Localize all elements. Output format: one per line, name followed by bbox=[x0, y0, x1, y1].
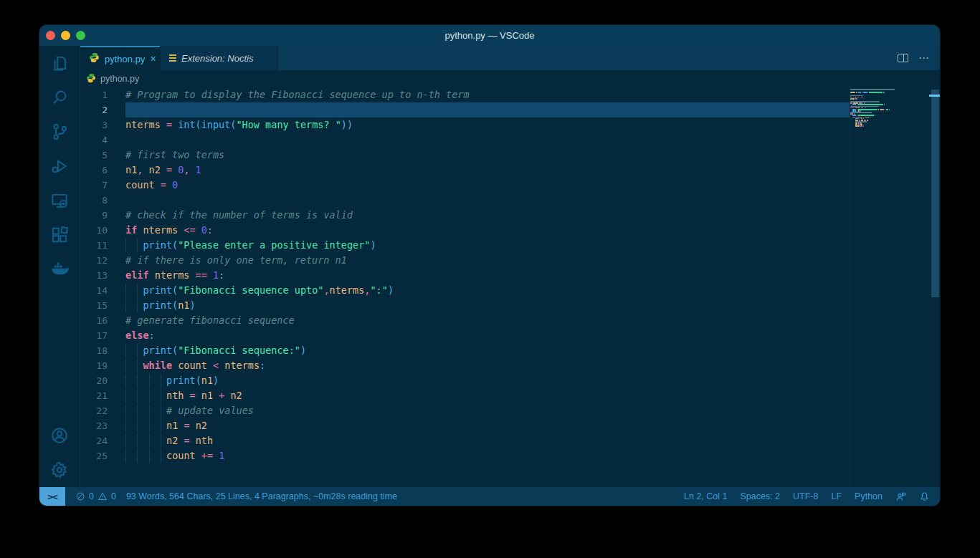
status-item-encoding[interactable]: UTF-8 bbox=[793, 491, 818, 501]
line-number: 3 bbox=[80, 117, 125, 133]
code-line[interactable]: 8 bbox=[80, 193, 850, 208]
activity-bar-item-settings[interactable] bbox=[39, 453, 80, 487]
code-line[interactable]: 9# check if the number of terms is valid bbox=[80, 208, 850, 223]
feedback-icon[interactable] bbox=[895, 491, 906, 502]
code-line[interactable]: 4 bbox=[80, 133, 850, 148]
status-item-eol[interactable]: LF bbox=[831, 491, 842, 501]
breadcrumb[interactable]: python.py bbox=[80, 70, 940, 87]
line-number: 23 bbox=[80, 418, 125, 433]
remote-explorer-icon bbox=[50, 191, 69, 210]
line-number: 24 bbox=[80, 433, 125, 448]
line-number: 6 bbox=[80, 163, 125, 178]
explorer-icon bbox=[50, 54, 69, 72]
code-line[interactable]: 24n2 = nth bbox=[80, 433, 850, 448]
error-count: 0 bbox=[89, 491, 94, 501]
line-number: 14 bbox=[80, 283, 125, 298]
zoom-window-button[interactable] bbox=[76, 31, 85, 40]
breadcrumb-item-filename[interactable]: python.py bbox=[100, 74, 139, 84]
accounts-icon bbox=[50, 426, 69, 445]
word-count-status[interactable]: 93 Words, 564 Chars, 25 Lines, 4 Paragra… bbox=[126, 491, 397, 501]
code-line[interactable]: 10if nterms <= 0: bbox=[80, 223, 850, 238]
close-window-button[interactable] bbox=[46, 31, 55, 40]
line-number: 19 bbox=[80, 358, 125, 373]
extensions-icon bbox=[50, 226, 69, 244]
code-line[interactable]: 7count = 0 bbox=[80, 178, 850, 193]
tab-extension-noctis[interactable]: Extension: Noctis bbox=[160, 46, 278, 70]
warning-count: 0 bbox=[111, 491, 116, 501]
split-editor-icon[interactable] bbox=[898, 54, 908, 62]
code-line[interactable]: 16# generate fibonacci sequence bbox=[80, 313, 850, 328]
status-bar: >< 0 0 93 Words, 564 Chars, 25 Lines, 4 … bbox=[39, 487, 940, 506]
code-line[interactable]: 3nterms = int(input("How many terms? ")) bbox=[80, 117, 850, 133]
code-line[interactable]: 18print("Fibonacci sequence:") bbox=[80, 343, 850, 358]
close-tab-icon[interactable]: × bbox=[150, 53, 156, 64]
activity-bar-item-docker[interactable] bbox=[39, 252, 80, 287]
line-number: 15 bbox=[80, 298, 125, 313]
docker-icon bbox=[50, 260, 69, 279]
code-line[interactable]: 1# Program to display the Fibonacci sequ… bbox=[80, 87, 850, 102]
tab-label: python.py bbox=[105, 54, 145, 64]
code-line[interactable]: 14print("Fibonacci sequence upto",nterms… bbox=[80, 283, 850, 298]
python-file-icon bbox=[86, 73, 96, 85]
line-number: 22 bbox=[80, 403, 125, 418]
source-control-icon bbox=[50, 122, 69, 141]
code-line[interactable]: 21nth = n1 + n2 bbox=[80, 388, 850, 403]
line-number: 16 bbox=[80, 313, 125, 328]
line-number: 5 bbox=[80, 148, 125, 163]
settings-icon bbox=[50, 461, 69, 479]
code-line[interactable]: 19while count < nterms: bbox=[80, 358, 850, 373]
code-line[interactable]: 23n1 = n2 bbox=[80, 418, 850, 433]
line-number: 17 bbox=[80, 328, 125, 343]
activity-bar-item-remote-explorer[interactable] bbox=[39, 183, 80, 218]
code-editor[interactable]: 1# Program to display the Fibonacci sequ… bbox=[80, 87, 940, 487]
line-number: 4 bbox=[80, 133, 125, 148]
search-icon bbox=[50, 88, 69, 107]
code-line[interactable]: 22# update values bbox=[80, 403, 850, 418]
python-file-icon bbox=[89, 52, 100, 65]
vertical-scrollbar[interactable] bbox=[931, 87, 940, 487]
activity-bar-item-run-debug[interactable] bbox=[39, 149, 80, 183]
code-line[interactable]: 2 bbox=[80, 102, 850, 117]
code-line[interactable]: 6n1, n2 = 0, 1 bbox=[80, 163, 850, 178]
line-number: 10 bbox=[80, 223, 125, 238]
status-item-indentation[interactable]: Spaces: 2 bbox=[740, 491, 780, 501]
line-number: 20 bbox=[80, 373, 125, 388]
more-actions-icon[interactable]: ⋯ bbox=[918, 52, 930, 64]
notifications-bell-icon[interactable] bbox=[919, 491, 930, 502]
line-number: 18 bbox=[80, 343, 125, 358]
status-item-language-mode[interactable]: Python bbox=[855, 491, 883, 501]
code-line[interactable]: 20print(n1) bbox=[80, 373, 850, 388]
activity-bar-item-extensions[interactable] bbox=[39, 218, 80, 252]
code-line[interactable]: 11print("Please enter a positive integer… bbox=[80, 238, 850, 253]
run-debug-icon bbox=[50, 157, 69, 175]
remote-indicator[interactable]: >< bbox=[39, 487, 65, 506]
code-line[interactable]: 15print(n1) bbox=[80, 298, 850, 313]
scrollbar-thumb[interactable] bbox=[931, 90, 939, 297]
code-line[interactable]: 13elif nterms == 1: bbox=[80, 268, 850, 283]
activity-bar-item-search[interactable] bbox=[39, 80, 80, 115]
tab-label: Extension: Noctis bbox=[181, 53, 253, 64]
code-line[interactable]: 17else: bbox=[80, 328, 850, 343]
line-number: 11 bbox=[80, 238, 125, 253]
activity-bar-item-accounts[interactable] bbox=[39, 418, 80, 453]
activity-bar-item-explorer[interactable] bbox=[39, 46, 80, 80]
line-number: 2 bbox=[80, 102, 125, 117]
code-line[interactable]: 5# first two terms bbox=[80, 148, 850, 163]
overview-ruler-cursor-mark bbox=[929, 95, 940, 97]
problems-status[interactable]: 0 0 bbox=[75, 491, 116, 501]
title-bar: python.py — VSCode bbox=[39, 25, 940, 46]
activity-bar-top bbox=[39, 46, 80, 287]
activity-bar-item-source-control[interactable] bbox=[39, 115, 80, 149]
code-lines: 1# Program to display the Fibonacci sequ… bbox=[80, 87, 850, 463]
code-line[interactable]: 25count += 1 bbox=[80, 448, 850, 463]
minimap[interactable] bbox=[850, 88, 931, 487]
error-icon bbox=[75, 491, 85, 501]
status-bar-right: Ln 2, Col 1Spaces: 2UTF-8LFPython bbox=[684, 487, 940, 506]
status-item-cursor-position[interactable]: Ln 2, Col 1 bbox=[684, 491, 727, 501]
tab-python-py[interactable]: python.py × bbox=[80, 46, 160, 70]
line-number: 1 bbox=[80, 87, 125, 102]
extension-list-icon bbox=[169, 54, 176, 62]
code-line[interactable]: 12# if there is only one term, return n1 bbox=[80, 253, 850, 268]
activity-bar-bottom bbox=[39, 418, 80, 487]
minimize-window-button[interactable] bbox=[61, 31, 70, 40]
